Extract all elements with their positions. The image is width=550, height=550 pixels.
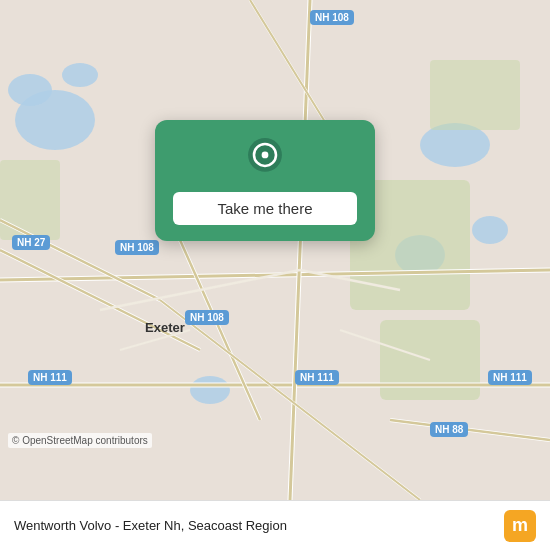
map-pin-icon [243,138,287,182]
road-badge: NH 88 [430,422,468,437]
moovit-logo: m [504,510,536,542]
svg-point-37 [262,152,269,159]
take-me-there-button[interactable]: Take me there [173,192,357,225]
road-badge: NH 108 [185,310,229,325]
svg-rect-11 [430,60,520,130]
svg-rect-10 [0,160,60,240]
moovit-m-icon: m [504,510,536,542]
map-view: NH 108NH 108NH 108NH 108NH 27NH 111NH 11… [0,0,550,500]
popup-card: Take me there [155,120,375,241]
road-badge: NH 108 [310,10,354,25]
road-badge: NH 111 [488,370,532,385]
road-badge: NH 111 [28,370,72,385]
svg-point-3 [62,63,98,87]
svg-point-2 [8,74,52,106]
road-badge: NH 27 [12,235,50,250]
svg-point-7 [190,376,230,404]
bottom-bar: Wentworth Volvo - Exeter Nh, Seacoast Re… [0,500,550,550]
svg-point-6 [472,216,508,244]
copyright-text: © OpenStreetMap contributors [8,433,152,448]
road-badge: NH 108 [115,240,159,255]
location-text: Wentworth Volvo - Exeter Nh, Seacoast Re… [14,518,504,533]
road-badge: NH 111 [295,370,339,385]
